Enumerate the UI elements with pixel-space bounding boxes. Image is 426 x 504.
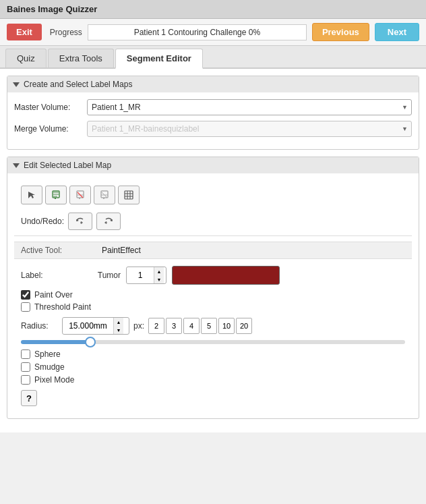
create-section-body: Master Volume: Patient 1_MR Merge Volume… (7, 92, 419, 149)
radius-slider-track[interactable] (21, 340, 405, 344)
active-tool-row: Active Tool: PaintEffect (14, 242, 412, 259)
px-btn-20[interactable]: 20 (236, 318, 252, 334)
sphere-row: Sphere (21, 349, 405, 359)
master-volume-label: Master Volume: (14, 103, 82, 112)
merge-volume-label: Merge Volume: (14, 124, 82, 134)
tab-segment-editor[interactable]: Segment Editor (115, 49, 203, 69)
collapse-create-icon[interactable] (13, 82, 20, 87)
divider-1 (14, 235, 412, 236)
px-buttons: 2 3 4 5 10 20 (148, 318, 252, 334)
exit-button[interactable]: Exit (7, 24, 42, 40)
arrow-tool-button[interactable] (21, 186, 42, 204)
edit-section: Edit Selected Label Map (7, 157, 419, 419)
sphere-label: Sphere (34, 349, 61, 359)
px-btn-4[interactable]: 4 (183, 318, 200, 334)
merge-volume-select[interactable]: Patient 1_MR-bainesquizlabel (87, 121, 412, 137)
wand-tool-button[interactable] (94, 186, 115, 204)
create-section-header: Create and Select Label Maps (7, 76, 419, 92)
collapse-edit-icon[interactable] (13, 163, 20, 168)
grid-icon (124, 190, 133, 200)
px-btn-2[interactable]: 2 (148, 318, 164, 334)
radius-spin-up[interactable]: ▲ (114, 318, 123, 326)
px-btn-5[interactable]: 5 (201, 318, 217, 334)
top-bar: Exit Progress Patient 1 Contouring Chall… (0, 19, 426, 46)
paint-over-checkbox[interactable] (21, 290, 30, 300)
svg-marker-0 (28, 192, 35, 198)
wand-icon (100, 190, 109, 200)
label-spinbox: ▲ ▼ (126, 267, 166, 284)
master-volume-select[interactable]: Patient 1_MR (87, 99, 412, 115)
px-btn-10[interactable]: 10 (218, 318, 235, 334)
previous-button[interactable]: Previous (312, 23, 369, 41)
svg-rect-8 (101, 191, 108, 198)
label-spin-input[interactable] (127, 268, 154, 283)
slider-row (21, 340, 405, 344)
pixel-mode-label: Pixel Mode (34, 375, 74, 385)
create-section-title: Create and Select Label Maps (24, 80, 132, 89)
master-volume-select-wrapper: Patient 1_MR (87, 99, 412, 115)
threshold-paint-label: Threshold Paint (34, 302, 91, 312)
radius-row: Radius: ▲ ▼ px: 2 3 4 5 10 20 (21, 317, 405, 335)
label-field-label: Label: (21, 271, 75, 280)
px-btn-3[interactable]: 3 (166, 318, 182, 334)
smudge-checkbox[interactable] (21, 362, 30, 372)
edit-section-body: Undo/Redo: (7, 173, 419, 418)
tabs: Quiz Extra Tools Segment Editor (0, 46, 426, 69)
merge-volume-select-wrapper: Patient 1_MR-bainesquizlabel (87, 121, 412, 137)
app-title: Baines Image Quizzer (7, 4, 97, 14)
main-content: Create and Select Label Maps Master Volu… (0, 69, 426, 432)
color-swatch[interactable] (172, 266, 280, 285)
radius-spin-input[interactable] (63, 318, 113, 333)
paint-over-row: Paint Over (21, 290, 405, 300)
label-name-value: Tumor (80, 271, 121, 280)
arrow-icon (27, 190, 36, 200)
progress-label: Progress (50, 28, 82, 37)
redo-icon (103, 217, 114, 226)
redo-button[interactable] (96, 213, 121, 230)
undo-redo-label: Undo/Redo: (21, 217, 64, 226)
undo-redo-row: Undo/Redo: (21, 213, 412, 230)
paint-icon (51, 190, 61, 200)
next-button[interactable]: Next (375, 23, 419, 41)
radius-spinbox: ▲ ▼ (62, 317, 129, 335)
erase-icon (75, 190, 85, 200)
edit-section-header: Edit Selected Label Map (7, 157, 419, 173)
grid-tool-button[interactable] (118, 186, 140, 204)
radius-label: Radius: (21, 321, 58, 331)
toolbar (21, 186, 412, 204)
label-spin-down[interactable]: ▼ (154, 275, 164, 283)
smudge-label: Smudge (34, 362, 65, 372)
help-button[interactable]: ? (21, 390, 37, 406)
master-volume-row: Master Volume: Patient 1_MR (14, 99, 412, 115)
active-tool-value: PaintEffect (102, 246, 141, 255)
pixel-mode-checkbox[interactable] (21, 375, 30, 385)
smudge-row: Smudge (21, 362, 405, 372)
threshold-paint-checkbox[interactable] (21, 302, 30, 312)
title-bar: Baines Image Quizzer (0, 0, 426, 19)
radius-spin-down[interactable]: ▼ (114, 326, 123, 334)
radius-slider-thumb[interactable] (85, 337, 96, 347)
progress-text: Patient 1 Contouring Challenge 0% (88, 24, 307, 40)
edit-section-title: Edit Selected Label Map (24, 161, 111, 170)
sphere-checkbox[interactable] (21, 349, 30, 359)
undo-icon (75, 217, 86, 226)
label-spin-up[interactable]: ▲ (154, 267, 164, 275)
threshold-paint-row: Threshold Paint (21, 302, 405, 312)
tab-extra-tools[interactable]: Extra Tools (48, 49, 114, 67)
paint-over-label: Paint Over (34, 290, 73, 300)
svg-rect-5 (77, 191, 84, 198)
merge-volume-row: Merge Volume: Patient 1_MR-bainesquizlab… (14, 121, 412, 137)
label-row: Label: Tumor ▲ ▼ (21, 266, 405, 285)
undo-button[interactable] (68, 213, 92, 230)
check-options: Sphere Smudge Pixel Mode (21, 349, 405, 385)
erase-tool-button[interactable] (69, 186, 91, 204)
tab-quiz[interactable]: Quiz (5, 49, 47, 67)
svg-rect-11 (125, 191, 133, 199)
active-tool-label: Active Tool: (21, 246, 102, 255)
create-section: Create and Select Label Maps Master Volu… (7, 76, 419, 150)
px-label: px: (133, 321, 144, 331)
pixel-mode-row: Pixel Mode (21, 375, 405, 385)
paint-tool-button[interactable] (45, 186, 67, 204)
